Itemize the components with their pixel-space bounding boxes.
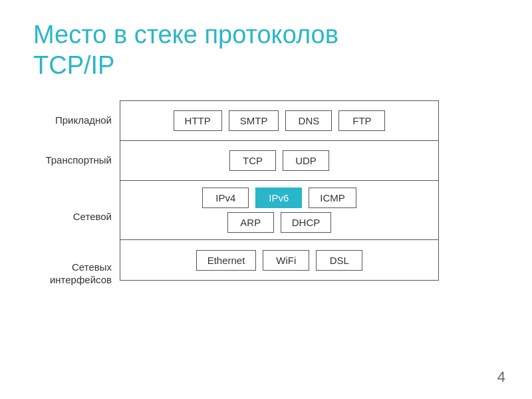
network-layer: IPv4 IPv6 ICMP ARP DHCP xyxy=(120,181,438,240)
proto-tcp: TCP xyxy=(229,150,276,171)
label-network: Сетевой xyxy=(33,180,120,253)
proto-ipv4: IPv4 xyxy=(202,188,249,208)
label-transport: Транспортный xyxy=(33,140,120,180)
proto-icmp: ICMP xyxy=(309,188,356,208)
page-number: 4 xyxy=(497,368,505,386)
proto-ethernet: Ethernet xyxy=(196,250,257,271)
slide: Место в стеке протоколов TCP/IP Прикладн… xyxy=(0,0,532,399)
proto-ipv6: IPv6 xyxy=(255,188,302,208)
label-application: Прикладной xyxy=(33,100,120,140)
application-layer: HTTP SMTP DNS FTP xyxy=(120,101,438,141)
proto-wifi: WiFi xyxy=(263,250,309,271)
proto-dsl: DSL xyxy=(316,250,362,271)
transport-layer: TCP UDP xyxy=(120,141,438,181)
proto-udp: UDP xyxy=(283,150,329,171)
title-line1: Место в стеке протоколов xyxy=(33,21,338,49)
proto-dhcp: DHCP xyxy=(281,212,332,233)
title-line2: TCP/IP xyxy=(33,51,114,79)
network-row2: ARP DHCP xyxy=(227,212,332,233)
interface-layer: Ethernet WiFi DSL xyxy=(120,240,438,280)
proto-http: HTTP xyxy=(174,110,222,131)
layer-labels: Прикладной Транспортный Сетевой Сетевых … xyxy=(33,100,120,313)
proto-dns: DNS xyxy=(285,110,332,131)
proto-arp: ARP xyxy=(227,212,274,233)
protocol-diagram: HTTP SMTP DNS FTP TCP UDP IPv4 IPv6 ICMP… xyxy=(120,100,439,281)
proto-smtp: SMTP xyxy=(229,110,279,131)
label-interface-text: Сетевых интерфейсов xyxy=(50,261,112,287)
network-row1: IPv4 IPv6 ICMP xyxy=(202,188,356,208)
slide-title: Место в стеке протоколов TCP/IP xyxy=(33,20,499,80)
label-interface: Сетевых интерфейсов xyxy=(33,253,120,293)
proto-ftp: FTP xyxy=(338,110,385,131)
